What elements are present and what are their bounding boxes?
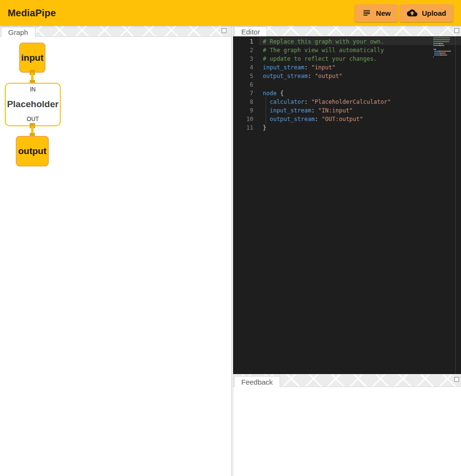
minimap-line bbox=[433, 43, 452, 44]
line-number: 3 bbox=[233, 55, 253, 63]
line-number: 5 bbox=[233, 72, 253, 80]
code-line: 1# Replace this graph with your own. bbox=[233, 37, 461, 46]
code-line: 3# update to reflect your changes. bbox=[233, 55, 461, 63]
code-text: input_stream: "IN:input" bbox=[263, 106, 353, 115]
code-editor[interactable]: 1# Replace this graph with your own.2# T… bbox=[233, 36, 461, 374]
code-token: output_stream bbox=[263, 73, 308, 79]
minimap-line bbox=[433, 39, 452, 40]
code-text: # update to reflect your changes. bbox=[263, 55, 377, 63]
code-token: "IN:input" bbox=[318, 107, 353, 114]
code-lines: 1# Replace this graph with your own.2# T… bbox=[233, 37, 461, 132]
minimap[interactable] bbox=[433, 37, 452, 58]
minimap-line bbox=[433, 45, 452, 46]
code-token: calculator bbox=[270, 99, 304, 105]
new-button[interactable]: New bbox=[355, 4, 398, 22]
minimap-line bbox=[433, 55, 452, 55]
code-line: 5output_stream: "output" bbox=[233, 72, 461, 80]
code-token bbox=[263, 115, 270, 123]
minimap-line bbox=[433, 56, 452, 57]
line-number: 8 bbox=[233, 98, 253, 106]
code-line: 4input_stream: "input" bbox=[233, 63, 461, 72]
graph-node-output-label: output bbox=[18, 146, 46, 156]
graph-node-input[interactable]: input bbox=[19, 43, 45, 73]
code-token: input_stream bbox=[270, 107, 311, 114]
code-token: # The graph view will automatically bbox=[263, 47, 384, 54]
tab-graph-label: Graph bbox=[8, 28, 28, 36]
code-text: input_stream: "input" bbox=[263, 63, 336, 72]
code-text: # Replace this graph with your own. bbox=[263, 37, 384, 46]
code-line: 9 input_stream: "IN:input" bbox=[233, 106, 461, 115]
line-number: 4 bbox=[233, 63, 253, 72]
upload-button[interactable]: Upload bbox=[400, 4, 453, 22]
code-line: 2# The graph view will automatically bbox=[233, 46, 461, 55]
code-text: output_stream: "output" bbox=[263, 72, 342, 80]
code-token: } bbox=[263, 124, 266, 131]
feedback-content bbox=[233, 387, 461, 476]
code-token: "OUT:output" bbox=[322, 116, 363, 122]
tab-editor[interactable]: Editor bbox=[234, 26, 267, 36]
code-token: # update to reflect your changes. bbox=[263, 55, 377, 62]
graph-panel: Graph input IN Placeholder OUT output bbox=[0, 26, 232, 476]
line-number: 1 bbox=[233, 37, 253, 46]
tab-feedback[interactable]: Feedback bbox=[234, 376, 280, 387]
out-port-label: OUT bbox=[27, 116, 39, 122]
overview-ruler bbox=[455, 36, 456, 374]
code-token: : bbox=[304, 99, 311, 105]
upload-button-label: Upload bbox=[422, 9, 446, 17]
line-number: 6 bbox=[233, 80, 253, 89]
code-token: node bbox=[263, 90, 277, 97]
editor-panel: Editor 1# Replace this graph with your o… bbox=[233, 26, 461, 374]
code-text: # The graph view will automatically bbox=[263, 46, 384, 55]
code-line: 7node { bbox=[233, 89, 461, 98]
code-text: output_stream: "OUT:output" bbox=[263, 115, 363, 123]
minimap-line bbox=[433, 37, 452, 38]
editor-maximize-icon[interactable] bbox=[454, 28, 459, 33]
header-actions: New Upload bbox=[355, 4, 453, 22]
line-number: 2 bbox=[233, 46, 253, 55]
minimap-line bbox=[433, 53, 452, 54]
code-token: : bbox=[315, 116, 321, 122]
graph-node-output[interactable]: output bbox=[16, 136, 49, 166]
code-token: output_stream bbox=[270, 116, 315, 122]
code-line: 11} bbox=[233, 123, 461, 132]
minimap-line bbox=[433, 41, 452, 42]
feedback-tab-bar: Feedback bbox=[233, 375, 461, 387]
graph-node-placeholder[interactable]: IN Placeholder OUT bbox=[5, 83, 61, 126]
graph-node-placeholder-label: Placeholder bbox=[7, 99, 59, 110]
graph-maximize-icon[interactable] bbox=[222, 28, 226, 33]
line-number: 7 bbox=[233, 89, 253, 98]
editor-tab-bar: Editor bbox=[233, 26, 461, 36]
code-text: calculator: "PlaceholderCalculator" bbox=[263, 98, 391, 106]
code-token: input_stream bbox=[263, 64, 304, 71]
graph-node-input-label: input bbox=[21, 53, 43, 63]
code-token: : bbox=[311, 107, 318, 114]
code-token: : bbox=[308, 73, 315, 79]
new-button-label: New bbox=[376, 9, 391, 17]
code-token: : bbox=[304, 64, 311, 71]
cloud-upload-icon bbox=[407, 8, 417, 18]
line-number: 9 bbox=[233, 106, 253, 115]
line-number: 10 bbox=[233, 115, 253, 123]
code-line: 10 output_stream: "OUT:output" bbox=[233, 115, 461, 123]
code-token: # Replace this graph with your own. bbox=[263, 38, 384, 45]
feedback-panel: Feedback bbox=[233, 374, 461, 476]
code-token: "input" bbox=[311, 64, 336, 71]
graph-tab-bar: Graph bbox=[0, 26, 231, 37]
code-token: "PlaceholderCalculator" bbox=[311, 99, 391, 105]
graph-canvas[interactable]: input IN Placeholder OUT output bbox=[0, 37, 231, 476]
code-token: "output" bbox=[315, 73, 342, 79]
line-number: 11 bbox=[233, 123, 253, 132]
app-header: MediaPipe New Upload bbox=[0, 0, 461, 26]
tab-feedback-label: Feedback bbox=[241, 378, 273, 386]
tab-graph[interactable]: Graph bbox=[1, 27, 35, 37]
feedback-maximize-icon[interactable] bbox=[454, 377, 459, 382]
code-token bbox=[263, 106, 270, 115]
subject-icon bbox=[362, 8, 371, 18]
minimap-line bbox=[433, 47, 452, 48]
code-line: 6 bbox=[233, 80, 461, 89]
minimap-line bbox=[433, 49, 452, 50]
code-token bbox=[263, 98, 270, 106]
in-port-label: IN bbox=[30, 86, 36, 93]
code-line: 8 calculator: "PlaceholderCalculator" bbox=[233, 98, 461, 106]
minimap-line bbox=[433, 51, 452, 52]
